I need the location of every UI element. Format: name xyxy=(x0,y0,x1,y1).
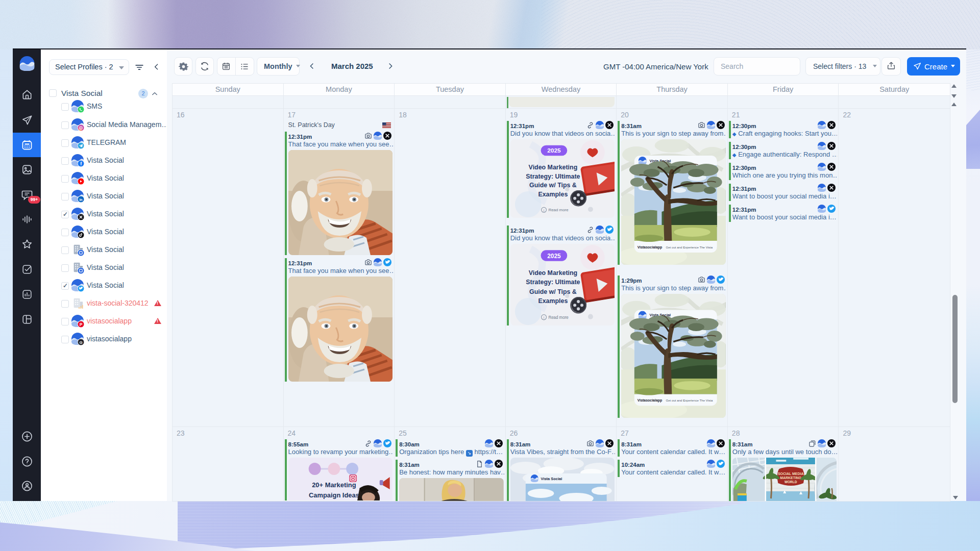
svg-text:G: G xyxy=(80,340,83,345)
svg-text:in: in xyxy=(79,198,82,202)
svg-text:P: P xyxy=(80,322,83,327)
